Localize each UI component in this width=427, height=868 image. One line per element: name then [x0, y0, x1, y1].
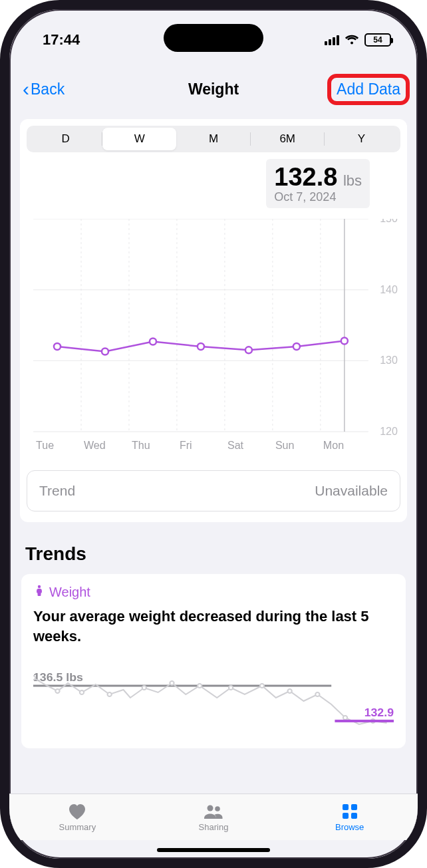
back-button[interactable]: ‹ Back: [23, 79, 65, 99]
svg-text:Fri: Fri: [180, 439, 192, 451]
tab-bar: Summary Sharing Browse: [9, 794, 418, 840]
svg-point-16: [102, 348, 108, 355]
cell-signal-icon: [325, 35, 339, 45]
battery-icon: 54: [364, 33, 391, 47]
people-icon: [203, 802, 224, 821]
svg-point-31: [33, 676, 35, 680]
reading-callout: 132.8 lbs Oct 7, 2024: [266, 159, 370, 208]
person-icon: [33, 585, 45, 600]
tab-label: Summary: [59, 822, 96, 832]
svg-point-20: [293, 343, 300, 350]
chevron-left-icon: ‹: [23, 79, 29, 99]
grid-icon: [339, 802, 360, 821]
trend-current-label: 132.9: [364, 706, 394, 720]
page-title: Weight: [188, 80, 239, 98]
segment-m[interactable]: M: [176, 128, 250, 150]
segment-w[interactable]: W: [102, 128, 176, 150]
tab-label: Browse: [335, 822, 364, 832]
wifi-icon: [345, 35, 359, 45]
svg-point-46: [215, 806, 220, 811]
svg-text:Tue: Tue: [36, 439, 54, 451]
tab-summary[interactable]: Summary: [9, 794, 146, 840]
svg-point-21: [341, 337, 348, 344]
time-range-segmented-control[interactable]: D W M 6M Y: [27, 126, 400, 152]
weight-chart[interactable]: 120130140150TueWedThuFriSatSunMon: [27, 219, 400, 458]
tab-sharing[interactable]: Sharing: [146, 794, 282, 840]
svg-text:120: 120: [380, 425, 398, 437]
trend-card-body: Your average weight decreased during the…: [33, 607, 394, 646]
svg-point-36: [170, 681, 174, 685]
reading-date: Oct 7, 2024: [274, 190, 362, 204]
svg-point-29: [38, 585, 41, 588]
dynamic-island: [164, 24, 263, 52]
svg-text:Sat: Sat: [227, 439, 244, 451]
trend-label: Trend: [39, 483, 75, 499]
svg-text:Thu: Thu: [132, 439, 150, 451]
trend-mini-chart: 136.5 lbs 132.9: [33, 658, 394, 738]
chart-card: D W M 6M Y 132.8 lbs Oct 7, 2024 1201301…: [20, 119, 407, 522]
svg-rect-50: [351, 813, 357, 819]
svg-point-35: [142, 686, 146, 690]
svg-point-34: [108, 692, 112, 696]
trend-card-title: Weight: [49, 585, 90, 600]
svg-point-32: [55, 689, 59, 693]
reading-value: 132.8: [274, 163, 337, 191]
svg-point-37: [198, 684, 202, 688]
svg-point-17: [150, 339, 156, 345]
svg-point-42: [343, 716, 347, 720]
svg-text:Sun: Sun: [275, 439, 295, 451]
reading-unit: lbs: [343, 172, 362, 189]
svg-point-40: [288, 689, 292, 693]
svg-point-38: [229, 686, 233, 690]
segment-6m[interactable]: 6M: [251, 128, 325, 150]
segment-d[interactable]: D: [29, 128, 102, 150]
segment-y[interactable]: Y: [325, 128, 398, 150]
svg-text:130: 130: [380, 354, 398, 366]
svg-text:Wed: Wed: [84, 439, 106, 451]
svg-point-33: [80, 690, 84, 694]
tab-browse[interactable]: Browse: [281, 794, 418, 840]
heart-icon: [67, 802, 88, 821]
svg-point-18: [198, 343, 204, 350]
svg-rect-49: [343, 813, 349, 819]
back-label: Back: [31, 80, 65, 98]
svg-point-39: [260, 684, 264, 688]
trend-card-weight[interactable]: Weight Your average weight decreased dur…: [21, 574, 406, 748]
svg-point-19: [245, 347, 252, 353]
svg-text:Mon: Mon: [323, 439, 344, 451]
add-data-button[interactable]: Add Data: [327, 74, 410, 105]
tab-label: Sharing: [199, 822, 229, 832]
trend-value: Unavailable: [315, 483, 388, 499]
trends-heading: Trends: [21, 538, 406, 574]
nav-bar: ‹ Back Weight Add Data: [9, 69, 418, 109]
svg-point-15: [54, 343, 61, 350]
home-indicator[interactable]: [157, 848, 270, 852]
svg-point-41: [315, 692, 319, 696]
svg-rect-48: [351, 804, 357, 810]
svg-text:140: 140: [380, 283, 398, 295]
svg-rect-47: [343, 804, 349, 810]
svg-text:150: 150: [380, 219, 398, 224]
svg-point-45: [208, 805, 214, 811]
status-time: 17:44: [43, 31, 80, 49]
trend-row[interactable]: Trend Unavailable: [27, 470, 400, 511]
